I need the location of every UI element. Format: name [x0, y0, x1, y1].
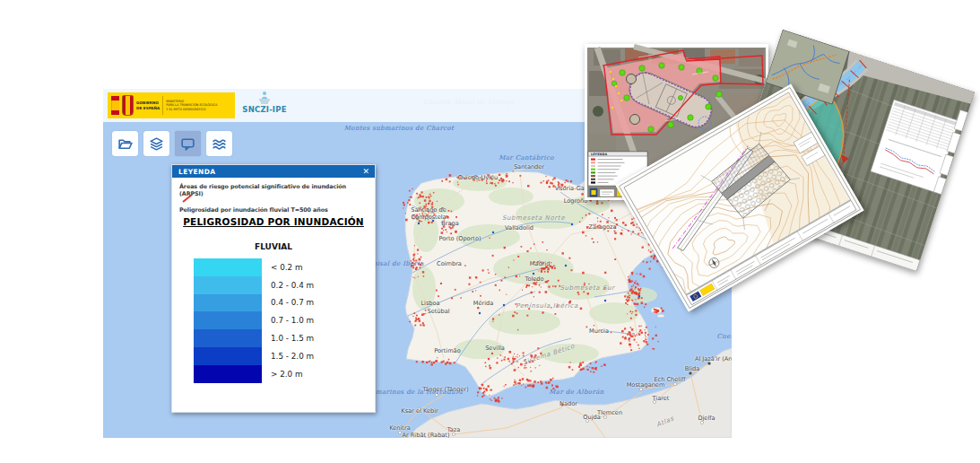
screenshot-stage: { "header": { "gobierno": "GOBIERNO\nDE … [0, 0, 980, 463]
arpsi-label: Áreas de riesgo potencial significativo … [179, 183, 369, 197]
legend-panel-header[interactable]: LEYENDA ✕ [172, 165, 375, 178]
legend-main-title: PELIGROSIDAD POR INUNDACIÓN [172, 216, 375, 227]
arpsi-line-symbol [181, 194, 195, 203]
speech-bubble-icon [180, 136, 195, 152]
layers-button[interactable] [143, 131, 169, 156]
spain-flag-icon [111, 96, 119, 115]
legend-class-label: 1.5 - 2.0 m [271, 347, 314, 365]
legend-class-label: 0.2 - 0.4 m [271, 276, 314, 294]
flood-zones-button[interactable] [206, 131, 232, 156]
gobierno-logo-banner: GOBIERNO DE ESPAÑA MINISTERIO PARA LA TR… [108, 92, 235, 118]
folder-icon [117, 136, 133, 152]
legend-class-label: < 0.2 m [271, 258, 303, 276]
legend-class-row: 1.0 - 1.5 m [172, 329, 375, 347]
legend-swatch [194, 294, 262, 312]
open-file-button[interactable] [112, 131, 138, 156]
legend-swatch [194, 258, 262, 276]
legend-class-row: 0.2 - 0.4 m [172, 276, 375, 294]
legend-class-list: < 0.2 m0.2 - 0.4 m0.4 - 0.7 m0.7 - 1.0 m… [172, 258, 375, 383]
coat-of-arms-icon [122, 95, 134, 116]
legend-class-row: > 2.0 m [172, 365, 375, 383]
legend-class-row: < 0.2 m [172, 258, 375, 276]
snczi-logo: SNCZI-IPE [242, 91, 287, 120]
legend-button[interactable] [175, 131, 201, 156]
legend-class-row: 0.7 - 1.0 m [172, 311, 375, 329]
legend-class-label: 0.4 - 0.7 m [271, 294, 314, 312]
snczi-drop-icon [255, 91, 274, 104]
legend-panel: LEYENDA ✕ Áreas de riesgo potencial sign… [171, 164, 376, 413]
legend-class-label: 0.7 - 1.0 m [271, 311, 314, 329]
legend-swatch [194, 347, 262, 365]
ministerio-text: MINISTERIO PARA LA TRANSICIÓN ECOLÓGICA … [166, 100, 218, 111]
legend-swatch [194, 329, 262, 347]
legend-class-row: 0.4 - 0.7 m [172, 294, 375, 312]
legend-class-label: 1.0 - 1.5 m [271, 329, 314, 347]
waves-icon [212, 136, 227, 152]
hazard-layer-label: Peligrosidad por inundación fluvial T=50… [179, 206, 369, 214]
legend-sub-title: FLUVIAL [172, 242, 375, 251]
svg-text:LEYENDA: LEYENDA [591, 153, 607, 156]
close-icon[interactable]: ✕ [362, 168, 369, 176]
gobierno-text: GOBIERNO DE ESPAÑA [136, 100, 160, 110]
legend-swatch [194, 311, 262, 329]
legend-swatch [194, 365, 262, 383]
legend-panel-title: LEYENDA [178, 168, 362, 176]
logo-divider [162, 96, 163, 115]
layers-icon [149, 136, 164, 152]
legend-class-label: > 2.0 m [271, 365, 303, 383]
app-title: SNCZI-IPE [242, 105, 287, 114]
legend-class-row: 1.5 - 2.0 m [172, 347, 375, 365]
legend-swatch [194, 276, 262, 294]
